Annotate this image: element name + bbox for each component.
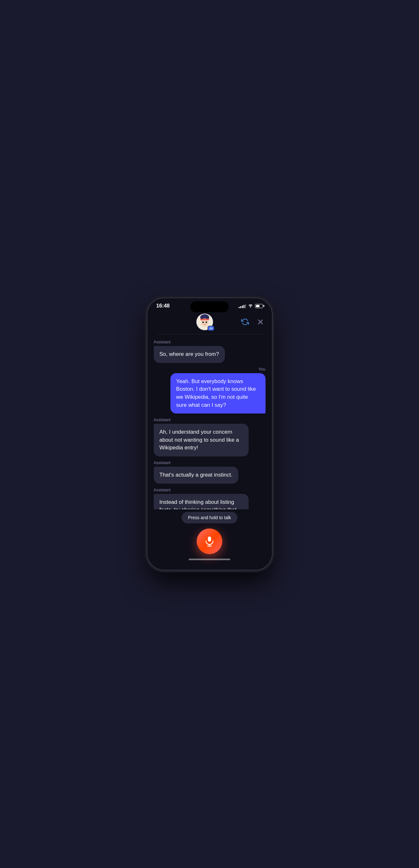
message-text: Ah, I understand your concern about not … — [159, 429, 239, 451]
screen: 16:48 — [147, 298, 272, 570]
signal-bar-5 — [245, 304, 246, 308]
message-text: So, where are you from? — [159, 351, 219, 357]
message-group: Assistant So, where are you from? — [154, 340, 266, 363]
home-indicator — [189, 559, 230, 560]
message-text: Instead of thinking about listing facts,… — [159, 499, 240, 509]
refresh-button[interactable] — [240, 317, 250, 327]
signal-bar-4 — [243, 305, 244, 308]
svg-point-3 — [203, 321, 204, 323]
svg-rect-8 — [208, 536, 211, 541]
message-bubble: Yeah. But everybody knows Boston. I don'… — [171, 373, 266, 414]
battery-icon — [255, 304, 263, 308]
message-bubble: Instead of thinking about listing facts,… — [154, 494, 249, 509]
message-bubble: That's actually a great instinct. — [154, 467, 238, 484]
close-button[interactable] — [255, 317, 266, 327]
message-group: You Yeah. But everybody knows Boston. I … — [154, 367, 266, 414]
message-sender-label: Assistant — [154, 417, 171, 422]
avatar-wrapper: AI — [197, 314, 213, 330]
message-sender-label: Assistant — [154, 460, 171, 465]
header: AI — [147, 312, 272, 334]
status-icons — [239, 303, 263, 308]
signal-bar-2 — [240, 306, 241, 308]
message-group: Assistant Instead of thinking about list… — [154, 488, 266, 509]
message-group: Assistant That's actually a great instin… — [154, 460, 266, 484]
microphone-icon — [204, 535, 215, 547]
phone-frame: 16:48 — [147, 298, 273, 570]
message-bubble: So, where are you from? — [154, 346, 225, 363]
signal-bar-1 — [239, 307, 240, 308]
chat-area[interactable]: Assistant So, where are you from? You Ye… — [147, 334, 272, 509]
status-bar: 16:48 — [147, 298, 272, 312]
battery-fill — [256, 305, 260, 307]
svg-point-4 — [206, 321, 207, 323]
message-bubble: Ah, I understand your concern about not … — [154, 424, 249, 457]
status-time: 16:48 — [156, 303, 170, 309]
ai-badge: AI — [208, 326, 214, 331]
bottom-area: Press and hold to talk — [147, 509, 272, 570]
wifi-icon — [248, 303, 253, 308]
press-hold-tooltip: Press and hold to talk — [182, 512, 238, 523]
message-text: Yeah. But everybody knows Boston. I don'… — [176, 378, 256, 408]
signal-bar-3 — [242, 306, 243, 308]
message-sender-label: You — [259, 367, 266, 372]
message-group: Assistant Ah, I understand your concern … — [154, 417, 266, 457]
svg-rect-5 — [200, 319, 209, 320]
signal-bars-icon — [239, 304, 246, 308]
message-text: That's actually a great instinct. — [159, 472, 233, 478]
dynamic-island — [190, 301, 229, 312]
message-sender-label: Assistant — [154, 340, 171, 344]
avatar-container: AI — [170, 314, 240, 330]
header-actions — [240, 317, 266, 327]
message-sender-label: Assistant — [154, 488, 171, 492]
mic-button[interactable] — [197, 528, 222, 554]
